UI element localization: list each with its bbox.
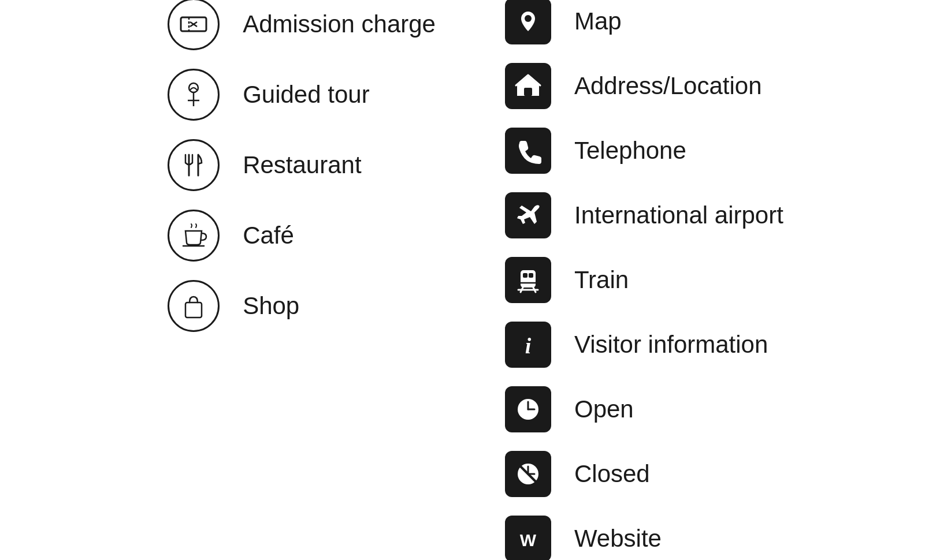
svg-text:i: i bbox=[525, 334, 532, 358]
restaurant-icon bbox=[168, 139, 220, 191]
airport-label: International airport bbox=[574, 201, 783, 229]
shop-item: Shop bbox=[168, 273, 436, 339]
map-item: Map bbox=[505, 0, 783, 51]
closed-item: Closed bbox=[505, 444, 783, 504]
website-icon: W bbox=[505, 516, 551, 560]
admission-charge-label: Admission charge bbox=[243, 10, 436, 38]
svg-text:W: W bbox=[520, 531, 537, 550]
admission-charge-icon bbox=[168, 0, 220, 50]
closed-label: Closed bbox=[574, 460, 650, 488]
visitor-info-icon: i bbox=[505, 322, 551, 368]
svg-line-21 bbox=[521, 288, 523, 292]
open-item: Open bbox=[505, 379, 783, 439]
train-item: Train bbox=[505, 250, 783, 310]
restaurant-label: Restaurant bbox=[243, 151, 361, 179]
shop-label: Shop bbox=[243, 292, 299, 320]
svg-rect-16 bbox=[524, 88, 532, 96]
airport-icon bbox=[505, 192, 551, 238]
airport-item: International airport bbox=[505, 185, 783, 245]
guided-tour-label: Guided tour bbox=[243, 81, 369, 109]
address-item: Address/Location bbox=[505, 56, 783, 116]
visitor-info-label: Visitor information bbox=[574, 331, 768, 359]
telephone-label: Telephone bbox=[574, 137, 686, 165]
open-label: Open bbox=[574, 395, 634, 423]
guided-tour-icon bbox=[168, 69, 220, 121]
telephone-item: Telephone bbox=[505, 121, 783, 181]
map-icon bbox=[505, 0, 551, 44]
svg-rect-18 bbox=[523, 273, 527, 278]
open-icon bbox=[505, 386, 551, 432]
train-icon bbox=[505, 257, 551, 303]
website-label: Website bbox=[574, 525, 662, 552]
telephone-icon bbox=[505, 128, 551, 174]
svg-point-13 bbox=[525, 15, 532, 22]
svg-rect-12 bbox=[185, 303, 202, 318]
cafe-icon bbox=[168, 210, 220, 262]
shop-icon bbox=[168, 280, 220, 332]
address-label: Address/Location bbox=[574, 72, 762, 100]
legend-container: Admission charge Guided tour bbox=[121, 0, 830, 560]
left-column: Admission charge Guided tour bbox=[168, 0, 436, 560]
cafe-item: Café bbox=[168, 203, 436, 268]
right-column: Map Address/Location bbox=[505, 0, 783, 560]
address-icon bbox=[505, 63, 551, 109]
guided-tour-item: Guided tour bbox=[168, 62, 436, 128]
map-label: Map bbox=[574, 8, 622, 35]
admission-charge-item: Admission charge bbox=[168, 0, 436, 57]
cafe-label: Café bbox=[243, 222, 294, 249]
website-item: W Website bbox=[505, 509, 783, 560]
svg-line-22 bbox=[533, 288, 536, 292]
train-label: Train bbox=[574, 266, 629, 294]
visitor-info-item: i Visitor information bbox=[505, 315, 783, 375]
svg-rect-17 bbox=[521, 270, 536, 288]
restaurant-item: Restaurant bbox=[168, 132, 436, 198]
svg-rect-19 bbox=[529, 273, 533, 278]
closed-icon bbox=[505, 451, 551, 497]
